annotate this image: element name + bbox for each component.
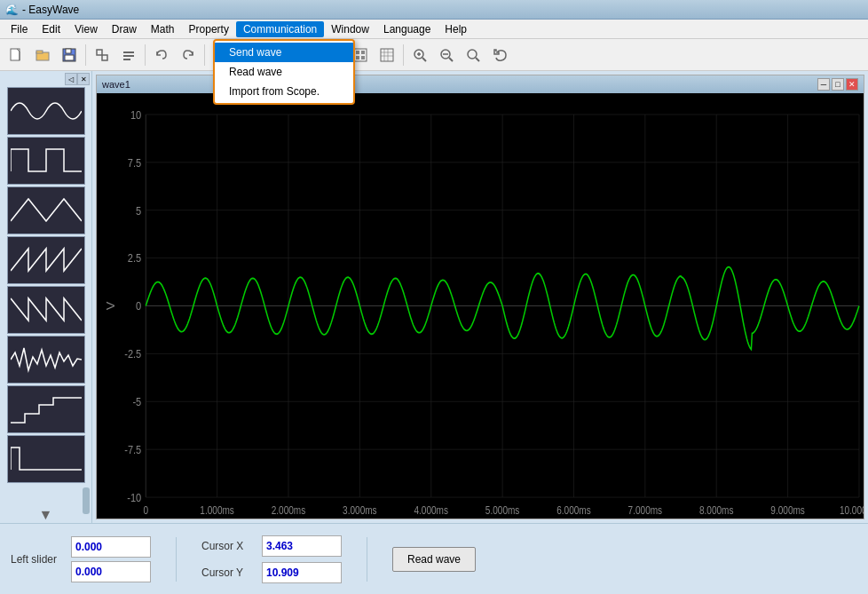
toolbar-zoomin-btn[interactable] [407,43,432,67]
app-icon: 🌊 [5,4,19,16]
dropdown-send-wave[interactable]: Send wave [215,43,353,62]
menubar: File Edit View Draw Math Property Commun… [0,20,868,39]
dropdown-communication: Send wave Read wave Import from Scope. [213,39,355,105]
sidebar: ◁ ✕ [0,71,92,523]
toolbar-zoomfit-btn[interactable] [461,43,485,67]
wave-container: wave1 ─ □ ✕ [92,71,868,523]
left-slider-value1[interactable] [71,536,151,558]
svg-text:3.000ms: 3.000ms [343,504,377,516]
menu-help[interactable]: Help [438,21,474,37]
toolbar-btn5[interactable] [116,43,141,67]
svg-text:7.000ms: 7.000ms [628,504,663,516]
svg-text:0: 0 [143,504,148,516]
svg-text:-2.5: -2.5 [124,347,141,360]
svg-text:5.000ms: 5.000ms [485,504,520,516]
toolbar-redo-btn[interactable] [176,43,201,67]
toolbar-btn13[interactable] [375,43,399,67]
cursor-x-input[interactable] [262,535,342,557]
svg-text:6.000ms: 6.000ms [556,504,591,516]
titlebar: 🌊 - EasyWave [0,0,868,20]
wave-window: wave1 ─ □ ✕ [96,75,864,519]
dropdown-import-from-scope[interactable]: Import from Scope. [215,82,353,101]
svg-point-34 [468,50,477,59]
svg-rect-2 [36,51,43,53]
menu-window[interactable]: Window [324,21,376,37]
left-slider-group: Left slider [11,536,151,582]
menu-communication[interactable]: Communication [236,21,324,37]
svg-rect-10 [123,59,130,60]
app-title: - EasyWave [22,4,79,16]
toolbar-btn4[interactable] [90,43,114,67]
wave-close-btn[interactable]: ✕ [846,78,858,91]
svg-rect-20 [356,56,359,59]
svg-text:2.5: 2.5 [128,251,142,265]
left-slider-label: Left slider [11,553,64,566]
wave-window-title: wave1 [102,79,130,90]
read-wave-button[interactable]: Read wave [392,547,476,572]
svg-text:1.000ms: 1.000ms [200,504,234,516]
svg-text:10: 10 [130,108,141,122]
wave-window-controls: ─ □ ✕ [817,78,858,91]
svg-rect-6 [97,50,102,55]
svg-rect-4 [66,49,71,53]
menu-language[interactable]: Language [376,21,438,37]
svg-text:-5: -5 [132,395,141,408]
toolbar-open-btn[interactable] [30,43,55,67]
bottom-divider1 [176,537,177,582]
svg-rect-5 [65,55,74,60]
wave-window-titlebar: wave1 ─ □ ✕ [97,75,864,93]
menu-draw[interactable]: Draw [105,21,144,37]
toolbar-sep1 [85,44,86,66]
svg-rect-19 [361,51,365,54]
sidebar-thumb-pulse[interactable] [7,435,85,483]
svg-text:8.000ms: 8.000ms [699,504,734,516]
toolbar-undo-btn[interactable] [149,43,174,67]
svg-line-32 [449,58,453,61]
svg-text:10.000ms: 10.000ms [840,504,864,516]
sidebar-thumb-triangle[interactable] [7,186,85,234]
wave-maximize-btn[interactable]: □ [832,78,844,91]
toolbar-zoomout-btn[interactable] [434,43,459,67]
sidebar-thumb-noise[interactable] [7,336,85,384]
svg-rect-8 [123,51,134,53]
toolbar-save-btn[interactable] [57,43,82,67]
cursor-x-label: Cursor X [201,540,255,552]
sidebar-thumb-square[interactable] [7,137,85,185]
cursor-y-label: Cursor Y [201,566,255,579]
toolbar-sep2 [145,44,146,66]
sidebar-thumb-sine[interactable] [7,87,85,135]
menu-view[interactable]: View [67,21,105,37]
main-area: ◁ ✕ [0,71,868,523]
wave-display-area[interactable]: 10 7.5 5 2.5 0 -2.5 -5 -7.5 -10 V 0 1.00… [97,93,864,519]
svg-text:0: 0 [136,299,141,313]
wave-minimize-btn[interactable]: ─ [817,78,830,91]
svg-text:-10: -10 [127,491,141,504]
svg-text:9.000ms: 9.000ms [770,504,805,516]
sidebar-scroll-down[interactable]: ▼ [0,507,91,523]
cursor-x-group: Cursor X [201,535,342,557]
toolbar-sep3 [204,44,205,66]
sidebar-close-btn[interactable]: ✕ [77,73,90,85]
sidebar-collapse-btn[interactable]: ◁ [65,73,77,85]
toolbar-zoomreset-btn[interactable] [487,43,512,67]
left-slider-value2[interactable] [71,561,151,582]
bottom-panel: Left slider Cursor X Cursor Y Read wave [0,523,868,594]
toolbar-new-btn[interactable] [4,43,28,67]
svg-text:7.5: 7.5 [128,156,142,170]
svg-text:-7.5: -7.5 [124,443,141,456]
svg-text:4.000ms: 4.000ms [414,504,448,516]
sidebar-thumb-staircase[interactable] [7,385,85,433]
svg-rect-9 [123,55,134,57]
menu-math[interactable]: Math [144,21,182,37]
menu-file[interactable]: File [4,21,35,37]
cursor-group: Cursor X Cursor Y [201,535,342,583]
menu-edit[interactable]: Edit [35,21,67,37]
svg-text:2.000ms: 2.000ms [272,504,306,516]
cursor-y-input[interactable] [262,562,342,583]
dropdown-read-wave[interactable]: Read wave [215,62,353,82]
sidebar-thumb-sawtooth[interactable] [7,236,85,284]
sidebar-thumb-ramp[interactable] [7,286,85,334]
menu-property[interactable]: Property [182,21,236,37]
svg-rect-18 [356,51,359,54]
toolbar-sep5 [403,44,404,66]
